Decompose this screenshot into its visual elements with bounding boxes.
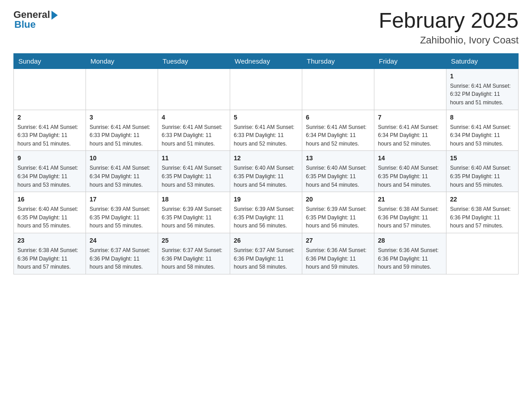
- calendar-cell: 21Sunrise: 6:38 AM Sunset: 6:36 PM Dayli…: [374, 192, 446, 233]
- calendar-cell: 20Sunrise: 6:39 AM Sunset: 6:35 PM Dayli…: [302, 192, 374, 233]
- day-info: Sunrise: 6:41 AM Sunset: 6:33 PM Dayligh…: [17, 123, 82, 148]
- calendar-cell: [446, 233, 519, 274]
- day-info: Sunrise: 6:39 AM Sunset: 6:35 PM Dayligh…: [306, 205, 370, 230]
- page-header: General Blue February 2025 Zahibohio, Iv…: [13, 9, 519, 46]
- calendar-cell: 6Sunrise: 6:41 AM Sunset: 6:34 PM Daylig…: [302, 110, 374, 151]
- day-number: 9: [17, 154, 82, 163]
- calendar-cell: [374, 68, 446, 110]
- day-number: 4: [162, 113, 226, 122]
- calendar-cell: 3Sunrise: 6:41 AM Sunset: 6:33 PM Daylig…: [86, 110, 158, 151]
- day-number: 17: [90, 195, 154, 204]
- day-info: Sunrise: 6:41 AM Sunset: 6:34 PM Dayligh…: [90, 164, 154, 189]
- day-info: Sunrise: 6:41 AM Sunset: 6:34 PM Dayligh…: [17, 164, 82, 189]
- day-info: Sunrise: 6:40 AM Sunset: 6:35 PM Dayligh…: [17, 205, 82, 230]
- day-number: 18: [162, 195, 226, 204]
- calendar-cell: 19Sunrise: 6:39 AM Sunset: 6:35 PM Dayli…: [230, 192, 302, 233]
- calendar-cell: 9Sunrise: 6:41 AM Sunset: 6:34 PM Daylig…: [14, 151, 86, 192]
- calendar-cell: 13Sunrise: 6:40 AM Sunset: 6:35 PM Dayli…: [302, 151, 374, 192]
- day-info: Sunrise: 6:36 AM Sunset: 6:36 PM Dayligh…: [378, 246, 442, 271]
- day-info: Sunrise: 6:40 AM Sunset: 6:35 PM Dayligh…: [378, 164, 442, 189]
- calendar-week-5: 23Sunrise: 6:38 AM Sunset: 6:36 PM Dayli…: [14, 233, 519, 274]
- day-number: 13: [306, 154, 370, 163]
- day-number: 28: [378, 236, 442, 245]
- logo: General Blue: [13, 9, 58, 30]
- day-info: Sunrise: 6:40 AM Sunset: 6:35 PM Dayligh…: [306, 164, 370, 189]
- day-info: Sunrise: 6:38 AM Sunset: 6:36 PM Dayligh…: [17, 246, 82, 271]
- day-info: Sunrise: 6:38 AM Sunset: 6:36 PM Dayligh…: [378, 205, 442, 230]
- calendar-week-1: 1Sunrise: 6:41 AM Sunset: 6:32 PM Daylig…: [14, 68, 519, 110]
- day-number: 20: [306, 195, 370, 204]
- day-number: 11: [162, 154, 226, 163]
- calendar-cell: 18Sunrise: 6:39 AM Sunset: 6:35 PM Dayli…: [158, 192, 230, 233]
- day-number: 2: [17, 113, 82, 122]
- calendar-cell: 26Sunrise: 6:37 AM Sunset: 6:36 PM Dayli…: [230, 233, 302, 274]
- calendar-cell: [86, 68, 158, 110]
- day-info: Sunrise: 6:38 AM Sunset: 6:36 PM Dayligh…: [450, 205, 515, 230]
- calendar-cell: 17Sunrise: 6:39 AM Sunset: 6:35 PM Dayli…: [86, 192, 158, 233]
- day-info: Sunrise: 6:41 AM Sunset: 6:33 PM Dayligh…: [234, 123, 298, 148]
- calendar-cell: 15Sunrise: 6:40 AM Sunset: 6:35 PM Dayli…: [446, 151, 519, 192]
- weekday-header-monday: Monday: [86, 53, 158, 68]
- logo-arrow-icon: [51, 11, 58, 20]
- calendar-cell: 2Sunrise: 6:41 AM Sunset: 6:33 PM Daylig…: [14, 110, 86, 151]
- day-number: 8: [450, 113, 515, 122]
- day-number: 15: [450, 154, 515, 163]
- day-number: 26: [234, 236, 298, 245]
- calendar-cell: 8Sunrise: 6:41 AM Sunset: 6:34 PM Daylig…: [446, 110, 519, 151]
- weekday-header-row: SundayMondayTuesdayWednesdayThursdayFrid…: [14, 53, 519, 68]
- day-info: Sunrise: 6:37 AM Sunset: 6:36 PM Dayligh…: [90, 246, 154, 271]
- calendar-week-2: 2Sunrise: 6:41 AM Sunset: 6:33 PM Daylig…: [14, 110, 519, 151]
- weekday-header-tuesday: Tuesday: [158, 53, 230, 68]
- calendar-cell: 27Sunrise: 6:36 AM Sunset: 6:36 PM Dayli…: [302, 233, 374, 274]
- calendar-cell: 28Sunrise: 6:36 AM Sunset: 6:36 PM Dayli…: [374, 233, 446, 274]
- logo-blue-text: Blue: [14, 19, 36, 30]
- day-number: 5: [234, 113, 298, 122]
- calendar-cell: [230, 68, 302, 110]
- calendar-cell: 11Sunrise: 6:41 AM Sunset: 6:35 PM Dayli…: [158, 151, 230, 192]
- day-number: 12: [234, 154, 298, 163]
- day-number: 14: [378, 154, 442, 163]
- day-info: Sunrise: 6:39 AM Sunset: 6:35 PM Dayligh…: [162, 205, 226, 230]
- calendar-cell: [14, 68, 86, 110]
- day-info: Sunrise: 6:37 AM Sunset: 6:36 PM Dayligh…: [162, 246, 226, 271]
- calendar-cell: 25Sunrise: 6:37 AM Sunset: 6:36 PM Dayli…: [158, 233, 230, 274]
- calendar-week-4: 16Sunrise: 6:40 AM Sunset: 6:35 PM Dayli…: [14, 192, 519, 233]
- calendar-cell: [302, 68, 374, 110]
- calendar-cell: 1Sunrise: 6:41 AM Sunset: 6:32 PM Daylig…: [446, 68, 519, 110]
- day-info: Sunrise: 6:36 AM Sunset: 6:36 PM Dayligh…: [306, 246, 370, 271]
- calendar-cell: 14Sunrise: 6:40 AM Sunset: 6:35 PM Dayli…: [374, 151, 446, 192]
- day-info: Sunrise: 6:41 AM Sunset: 6:34 PM Dayligh…: [450, 123, 515, 148]
- day-number: 22: [450, 195, 515, 204]
- calendar-cell: 23Sunrise: 6:38 AM Sunset: 6:36 PM Dayli…: [14, 233, 86, 274]
- weekday-header-friday: Friday: [374, 53, 446, 68]
- calendar-cell: 16Sunrise: 6:40 AM Sunset: 6:35 PM Dayli…: [14, 192, 86, 233]
- calendar-week-3: 9Sunrise: 6:41 AM Sunset: 6:34 PM Daylig…: [14, 151, 519, 192]
- day-info: Sunrise: 6:41 AM Sunset: 6:34 PM Dayligh…: [378, 123, 442, 148]
- calendar-cell: 4Sunrise: 6:41 AM Sunset: 6:33 PM Daylig…: [158, 110, 230, 151]
- day-number: 1: [450, 72, 515, 81]
- day-info: Sunrise: 6:41 AM Sunset: 6:33 PM Dayligh…: [162, 123, 226, 148]
- day-info: Sunrise: 6:41 AM Sunset: 6:34 PM Dayligh…: [306, 123, 370, 148]
- day-number: 6: [306, 113, 370, 122]
- calendar-cell: 24Sunrise: 6:37 AM Sunset: 6:36 PM Dayli…: [86, 233, 158, 274]
- day-number: 23: [17, 236, 82, 245]
- day-info: Sunrise: 6:40 AM Sunset: 6:35 PM Dayligh…: [450, 164, 515, 189]
- calendar-cell: 5Sunrise: 6:41 AM Sunset: 6:33 PM Daylig…: [230, 110, 302, 151]
- calendar-cell: 22Sunrise: 6:38 AM Sunset: 6:36 PM Dayli…: [446, 192, 519, 233]
- calendar-cell: 10Sunrise: 6:41 AM Sunset: 6:34 PM Dayli…: [86, 151, 158, 192]
- calendar-cell: 7Sunrise: 6:41 AM Sunset: 6:34 PM Daylig…: [374, 110, 446, 151]
- day-info: Sunrise: 6:39 AM Sunset: 6:35 PM Dayligh…: [90, 205, 154, 230]
- day-number: 10: [90, 154, 154, 163]
- day-info: Sunrise: 6:41 AM Sunset: 6:35 PM Dayligh…: [162, 164, 226, 189]
- weekday-header-thursday: Thursday: [302, 53, 374, 68]
- title-block: February 2025 Zahibohio, Ivory Coast: [379, 9, 519, 46]
- day-info: Sunrise: 6:39 AM Sunset: 6:35 PM Dayligh…: [234, 205, 298, 230]
- day-info: Sunrise: 6:41 AM Sunset: 6:32 PM Dayligh…: [450, 82, 515, 107]
- day-number: 21: [378, 195, 442, 204]
- day-number: 27: [306, 236, 370, 245]
- day-number: 7: [378, 113, 442, 122]
- day-number: 25: [162, 236, 226, 245]
- weekday-header-saturday: Saturday: [446, 53, 519, 68]
- day-number: 3: [90, 113, 154, 122]
- calendar-table: SundayMondayTuesdayWednesdayThursdayFrid…: [13, 53, 519, 274]
